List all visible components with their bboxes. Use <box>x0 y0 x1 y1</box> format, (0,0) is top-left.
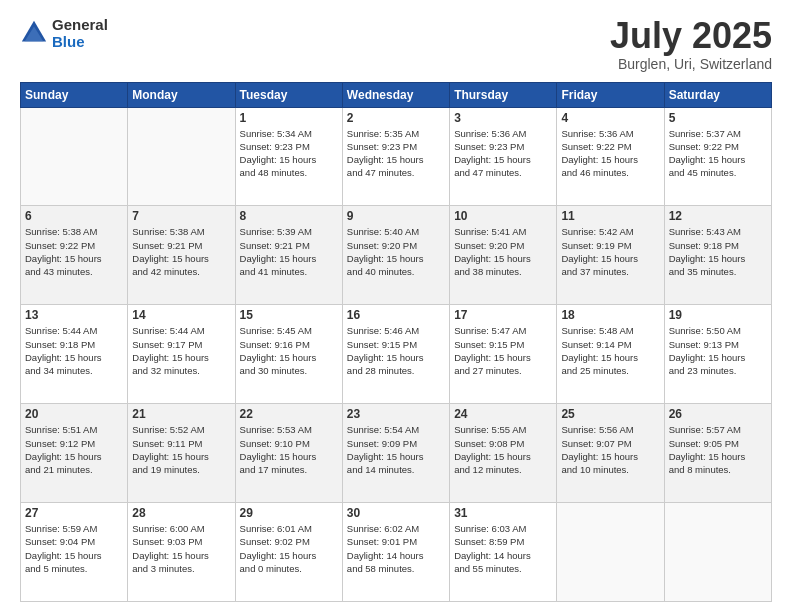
day-number: 24 <box>454 407 552 421</box>
calendar-location: Burglen, Uri, Switzerland <box>610 56 772 72</box>
day-number: 3 <box>454 111 552 125</box>
day-number: 1 <box>240 111 338 125</box>
weekday-header: Wednesday <box>342 82 449 107</box>
day-info: Sunrise: 5:38 AMSunset: 9:21 PMDaylight:… <box>132 225 230 278</box>
calendar-cell: 13Sunrise: 5:44 AMSunset: 9:18 PMDayligh… <box>21 305 128 404</box>
calendar-cell: 21Sunrise: 5:52 AMSunset: 9:11 PMDayligh… <box>128 404 235 503</box>
day-info: Sunrise: 5:52 AMSunset: 9:11 PMDaylight:… <box>132 423 230 476</box>
calendar-cell: 9Sunrise: 5:40 AMSunset: 9:20 PMDaylight… <box>342 206 449 305</box>
weekday-header: Thursday <box>450 82 557 107</box>
logo-text: General Blue <box>52 16 108 50</box>
day-info: Sunrise: 5:57 AMSunset: 9:05 PMDaylight:… <box>669 423 767 476</box>
day-info: Sunrise: 5:56 AMSunset: 9:07 PMDaylight:… <box>561 423 659 476</box>
calendar-cell: 30Sunrise: 6:02 AMSunset: 9:01 PMDayligh… <box>342 503 449 602</box>
calendar-cell: 31Sunrise: 6:03 AMSunset: 8:59 PMDayligh… <box>450 503 557 602</box>
day-info: Sunrise: 5:42 AMSunset: 9:19 PMDaylight:… <box>561 225 659 278</box>
logo-icon <box>20 19 48 47</box>
day-info: Sunrise: 5:43 AMSunset: 9:18 PMDaylight:… <box>669 225 767 278</box>
logo-general-text: General <box>52 16 108 33</box>
weekday-header: Sunday <box>21 82 128 107</box>
calendar-cell: 12Sunrise: 5:43 AMSunset: 9:18 PMDayligh… <box>664 206 771 305</box>
day-number: 17 <box>454 308 552 322</box>
day-info: Sunrise: 6:00 AMSunset: 9:03 PMDaylight:… <box>132 522 230 575</box>
day-info: Sunrise: 5:40 AMSunset: 9:20 PMDaylight:… <box>347 225 445 278</box>
header: General Blue July 2025 Burglen, Uri, Swi… <box>20 16 772 72</box>
day-number: 25 <box>561 407 659 421</box>
day-info: Sunrise: 5:55 AMSunset: 9:08 PMDaylight:… <box>454 423 552 476</box>
calendar-cell <box>128 107 235 206</box>
day-info: Sunrise: 5:54 AMSunset: 9:09 PMDaylight:… <box>347 423 445 476</box>
day-number: 26 <box>669 407 767 421</box>
day-number: 15 <box>240 308 338 322</box>
calendar-cell: 28Sunrise: 6:00 AMSunset: 9:03 PMDayligh… <box>128 503 235 602</box>
day-number: 29 <box>240 506 338 520</box>
day-number: 4 <box>561 111 659 125</box>
day-info: Sunrise: 5:38 AMSunset: 9:22 PMDaylight:… <box>25 225 123 278</box>
weekday-header: Monday <box>128 82 235 107</box>
calendar-cell: 4Sunrise: 5:36 AMSunset: 9:22 PMDaylight… <box>557 107 664 206</box>
day-info: Sunrise: 5:36 AMSunset: 9:23 PMDaylight:… <box>454 127 552 180</box>
day-number: 27 <box>25 506 123 520</box>
day-number: 7 <box>132 209 230 223</box>
day-info: Sunrise: 5:50 AMSunset: 9:13 PMDaylight:… <box>669 324 767 377</box>
day-info: Sunrise: 5:48 AMSunset: 9:14 PMDaylight:… <box>561 324 659 377</box>
logo: General Blue <box>20 16 108 50</box>
day-number: 5 <box>669 111 767 125</box>
calendar-table: SundayMondayTuesdayWednesdayThursdayFrid… <box>20 82 772 602</box>
calendar-cell: 25Sunrise: 5:56 AMSunset: 9:07 PMDayligh… <box>557 404 664 503</box>
day-info: Sunrise: 6:02 AMSunset: 9:01 PMDaylight:… <box>347 522 445 575</box>
day-info: Sunrise: 6:03 AMSunset: 8:59 PMDaylight:… <box>454 522 552 575</box>
calendar-cell: 5Sunrise: 5:37 AMSunset: 9:22 PMDaylight… <box>664 107 771 206</box>
day-number: 22 <box>240 407 338 421</box>
calendar-cell: 8Sunrise: 5:39 AMSunset: 9:21 PMDaylight… <box>235 206 342 305</box>
calendar-week-row: 1Sunrise: 5:34 AMSunset: 9:23 PMDaylight… <box>21 107 772 206</box>
calendar-cell: 16Sunrise: 5:46 AMSunset: 9:15 PMDayligh… <box>342 305 449 404</box>
day-info: Sunrise: 5:44 AMSunset: 9:17 PMDaylight:… <box>132 324 230 377</box>
calendar-week-row: 13Sunrise: 5:44 AMSunset: 9:18 PMDayligh… <box>21 305 772 404</box>
day-info: Sunrise: 5:36 AMSunset: 9:22 PMDaylight:… <box>561 127 659 180</box>
day-number: 18 <box>561 308 659 322</box>
logo-blue-text: Blue <box>52 33 108 50</box>
calendar-week-row: 6Sunrise: 5:38 AMSunset: 9:22 PMDaylight… <box>21 206 772 305</box>
day-number: 21 <box>132 407 230 421</box>
calendar-cell: 11Sunrise: 5:42 AMSunset: 9:19 PMDayligh… <box>557 206 664 305</box>
day-number: 23 <box>347 407 445 421</box>
weekday-header: Friday <box>557 82 664 107</box>
day-number: 14 <box>132 308 230 322</box>
calendar-cell: 22Sunrise: 5:53 AMSunset: 9:10 PMDayligh… <box>235 404 342 503</box>
day-number: 20 <box>25 407 123 421</box>
day-info: Sunrise: 5:47 AMSunset: 9:15 PMDaylight:… <box>454 324 552 377</box>
day-number: 2 <box>347 111 445 125</box>
day-number: 11 <box>561 209 659 223</box>
calendar-week-row: 27Sunrise: 5:59 AMSunset: 9:04 PMDayligh… <box>21 503 772 602</box>
calendar-cell: 17Sunrise: 5:47 AMSunset: 9:15 PMDayligh… <box>450 305 557 404</box>
day-number: 10 <box>454 209 552 223</box>
day-number: 9 <box>347 209 445 223</box>
calendar-cell: 20Sunrise: 5:51 AMSunset: 9:12 PMDayligh… <box>21 404 128 503</box>
calendar-cell: 3Sunrise: 5:36 AMSunset: 9:23 PMDaylight… <box>450 107 557 206</box>
title-block: July 2025 Burglen, Uri, Switzerland <box>610 16 772 72</box>
day-number: 19 <box>669 308 767 322</box>
calendar-cell: 19Sunrise: 5:50 AMSunset: 9:13 PMDayligh… <box>664 305 771 404</box>
page: General Blue July 2025 Burglen, Uri, Swi… <box>0 0 792 612</box>
weekday-header: Saturday <box>664 82 771 107</box>
calendar-cell: 10Sunrise: 5:41 AMSunset: 9:20 PMDayligh… <box>450 206 557 305</box>
day-info: Sunrise: 5:35 AMSunset: 9:23 PMDaylight:… <box>347 127 445 180</box>
day-info: Sunrise: 5:45 AMSunset: 9:16 PMDaylight:… <box>240 324 338 377</box>
calendar-cell: 24Sunrise: 5:55 AMSunset: 9:08 PMDayligh… <box>450 404 557 503</box>
calendar-week-row: 20Sunrise: 5:51 AMSunset: 9:12 PMDayligh… <box>21 404 772 503</box>
calendar-cell: 14Sunrise: 5:44 AMSunset: 9:17 PMDayligh… <box>128 305 235 404</box>
calendar-cell: 1Sunrise: 5:34 AMSunset: 9:23 PMDaylight… <box>235 107 342 206</box>
day-number: 30 <box>347 506 445 520</box>
day-info: Sunrise: 5:39 AMSunset: 9:21 PMDaylight:… <box>240 225 338 278</box>
day-info: Sunrise: 5:41 AMSunset: 9:20 PMDaylight:… <box>454 225 552 278</box>
day-info: Sunrise: 5:59 AMSunset: 9:04 PMDaylight:… <box>25 522 123 575</box>
day-info: Sunrise: 5:37 AMSunset: 9:22 PMDaylight:… <box>669 127 767 180</box>
day-info: Sunrise: 5:53 AMSunset: 9:10 PMDaylight:… <box>240 423 338 476</box>
calendar-cell: 6Sunrise: 5:38 AMSunset: 9:22 PMDaylight… <box>21 206 128 305</box>
calendar-cell: 2Sunrise: 5:35 AMSunset: 9:23 PMDaylight… <box>342 107 449 206</box>
calendar-cell <box>557 503 664 602</box>
calendar-cell <box>21 107 128 206</box>
calendar-cell: 18Sunrise: 5:48 AMSunset: 9:14 PMDayligh… <box>557 305 664 404</box>
day-number: 13 <box>25 308 123 322</box>
